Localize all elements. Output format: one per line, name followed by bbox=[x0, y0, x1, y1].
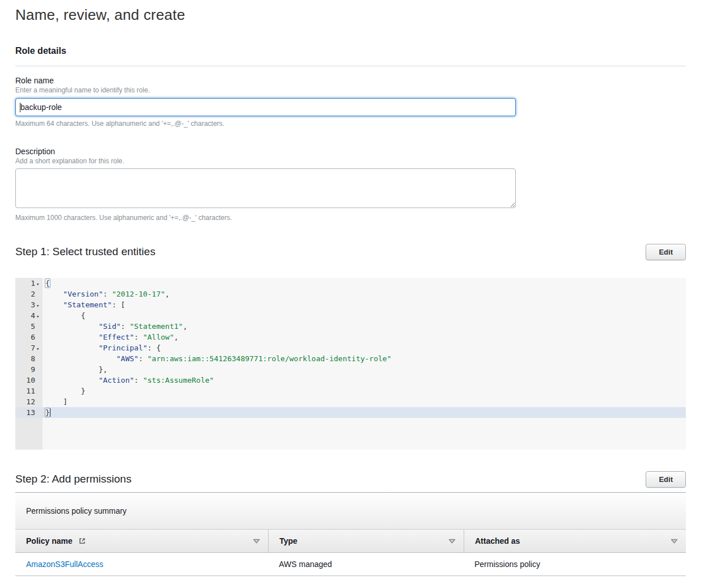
divider bbox=[15, 66, 686, 66]
permissions-summary-title: Permissions policy summary bbox=[15, 493, 686, 529]
editor-line[interactable]: 3▾ "Statement": [ bbox=[15, 299, 686, 310]
page: Name, review, and create Role details Ro… bbox=[0, 0, 704, 588]
role-name-input-wrap bbox=[15, 98, 516, 116]
step1-edit-button[interactable]: Edit bbox=[646, 244, 686, 260]
editor-caret bbox=[50, 408, 50, 417]
fold-arrow-icon[interactable]: ▾ bbox=[36, 346, 39, 352]
trust-policy-editor[interactable]: 1▾{2 "Version": "2012-10-17",3▾ "Stateme… bbox=[15, 278, 686, 450]
column-header-policy-name: Policy name bbox=[15, 530, 268, 552]
editor-gutter-cell: 9 bbox=[15, 364, 43, 375]
filter-dropdown-icon[interactable] bbox=[448, 539, 456, 544]
column-header-type: Type bbox=[268, 530, 464, 552]
editor-line[interactable]: 13} bbox=[15, 407, 686, 418]
permissions-table-body: AmazonS3FullAccessAWS managedPermissions… bbox=[15, 553, 686, 576]
role-name-constraint: Maximum 64 characters. Use alphanumeric … bbox=[15, 120, 686, 128]
editor-gutter-filler bbox=[15, 418, 43, 450]
fold-arrow-icon[interactable]: ▾ bbox=[36, 303, 39, 308]
fold-arrow-icon[interactable]: ▾ bbox=[36, 281, 39, 287]
editor-code-line[interactable]: "Version": "2012-10-17", bbox=[43, 289, 686, 299]
step1-header-row: Step 1: Select trusted entities Edit bbox=[15, 243, 686, 260]
editor-line[interactable]: 4▾ { bbox=[15, 310, 686, 321]
editor-code-line[interactable]: "AWS": "arn:aws:iam::541263489771:role/w… bbox=[43, 353, 686, 364]
line-number: 6 bbox=[31, 333, 35, 341]
role-name-input[interactable] bbox=[15, 98, 516, 116]
editor-line[interactable]: 2 "Version": "2012-10-17", bbox=[15, 289, 686, 299]
column-header-label: Type bbox=[279, 536, 298, 545]
line-number: 11 bbox=[26, 387, 35, 395]
role-name-label: Role name bbox=[15, 76, 686, 86]
attached-as-cell: Permissions policy bbox=[464, 553, 686, 576]
column-header-label: Policy name bbox=[26, 536, 73, 545]
step2-edit-button[interactable]: Edit bbox=[646, 471, 686, 488]
editor-line[interactable]: 10 "Action": "sts:AssumeRole" bbox=[15, 375, 686, 386]
line-number: 7 bbox=[31, 344, 35, 352]
editor-line[interactable]: 9 }, bbox=[15, 364, 686, 375]
column-header-attached-as: Attached as bbox=[464, 530, 686, 552]
column-header-label: Attached as bbox=[475, 536, 520, 545]
filter-dropdown-icon[interactable] bbox=[253, 539, 260, 544]
editor-code-line[interactable]: "Action": "sts:AssumeRole" bbox=[43, 375, 686, 386]
editor-line[interactable]: 11 } bbox=[15, 386, 686, 396]
line-number: 13 bbox=[26, 408, 35, 417]
editor-gutter-cell: 10 bbox=[15, 375, 43, 386]
editor-code-line[interactable]: "Statement": [ bbox=[43, 299, 686, 310]
editor-gutter-cell: 6 bbox=[15, 332, 43, 342]
editor-line[interactable]: 1▾{ bbox=[15, 278, 686, 289]
editor-code-line[interactable]: "Principal": { bbox=[43, 342, 686, 353]
editor-code-line[interactable]: ] bbox=[43, 396, 686, 407]
policy-name-link[interactable]: AmazonS3FullAccess bbox=[26, 560, 103, 569]
table-row: AmazonS3FullAccessAWS managedPermissions… bbox=[15, 553, 686, 576]
fold-arrow-icon[interactable]: ▾ bbox=[36, 314, 39, 319]
line-number: 9 bbox=[31, 365, 35, 374]
description-label: Description bbox=[15, 147, 686, 156]
step2-heading: Step 2: Add permissions bbox=[15, 471, 132, 488]
line-number: 12 bbox=[26, 397, 35, 406]
permissions-table: Policy nameTypeAttached as AmazonS3FullA… bbox=[15, 529, 686, 576]
line-number: 3 bbox=[31, 301, 35, 309]
line-number: 4 bbox=[31, 311, 35, 320]
editor-empty-area[interactable] bbox=[43, 418, 686, 450]
line-number: 8 bbox=[31, 354, 35, 363]
editor-gutter-cell: 7▾ bbox=[15, 342, 43, 353]
policy-name-cell: AmazonS3FullAccess bbox=[15, 553, 268, 576]
editor-gutter-cell: 2 bbox=[15, 289, 43, 299]
description-help: Add a short explanation for this role. bbox=[15, 157, 686, 166]
editor-gutter-cell: 8 bbox=[15, 353, 43, 364]
editor-gutter-cell: 13 bbox=[15, 407, 43, 418]
line-number: 2 bbox=[31, 290, 35, 298]
editor-gutter-cell: 5 bbox=[15, 321, 43, 332]
editor-line[interactable]: 12 ] bbox=[15, 396, 686, 407]
editor-code-line[interactable]: { bbox=[43, 310, 686, 321]
description-constraint: Maximum 1000 characters. Use alphanumeri… bbox=[15, 214, 686, 222]
editor-code-line[interactable]: { bbox=[43, 278, 686, 289]
editor-line[interactable]: 5 "Sid": "Statement1", bbox=[15, 321, 686, 332]
permissions-table-header: Policy nameTypeAttached as bbox=[15, 529, 686, 553]
filter-dropdown-icon[interactable] bbox=[671, 539, 678, 544]
editor-code-line[interactable]: } bbox=[43, 386, 686, 396]
policy-type-cell: AWS managed bbox=[268, 553, 464, 576]
editor-gutter-cell: 4▾ bbox=[15, 310, 43, 321]
editor-gutter-cell: 3▾ bbox=[15, 299, 43, 310]
editor-gutter-cell: 1▾ bbox=[15, 278, 43, 289]
editor-code-line[interactable]: "Sid": "Statement1", bbox=[43, 321, 686, 332]
editor-line[interactable]: 6 "Effect": "Allow", bbox=[15, 332, 686, 342]
role-details-heading: Role details bbox=[15, 45, 686, 57]
editor-gutter-cell: 12 bbox=[15, 396, 43, 407]
line-number: 5 bbox=[31, 322, 35, 331]
line-number: 1 bbox=[31, 279, 35, 287]
line-number: 10 bbox=[26, 376, 35, 384]
editor-line[interactable]: 8 "AWS": "arn:aws:iam::541263489771:role… bbox=[15, 353, 686, 364]
editor-code-line[interactable]: }, bbox=[43, 364, 686, 375]
step1-heading: Step 1: Select trusted entities bbox=[15, 243, 155, 260]
role-name-help: Enter a meaningful name to identify this… bbox=[15, 86, 686, 95]
editor-code-line[interactable]: } bbox=[43, 407, 686, 418]
editor-line[interactable]: 7▾ "Principal": { bbox=[15, 342, 686, 353]
editor-code-line[interactable]: "Effect": "Allow", bbox=[43, 332, 686, 342]
page-title: Name, review, and create bbox=[15, 5, 686, 25]
permissions-summary-panel: Permissions policy summary Policy nameTy… bbox=[15, 493, 686, 576]
external-link-icon bbox=[78, 537, 86, 545]
editor-gutter-cell: 11 bbox=[15, 386, 43, 396]
step2-header-row: Step 2: Add permissions Edit bbox=[15, 471, 686, 488]
description-textarea[interactable] bbox=[15, 168, 516, 208]
